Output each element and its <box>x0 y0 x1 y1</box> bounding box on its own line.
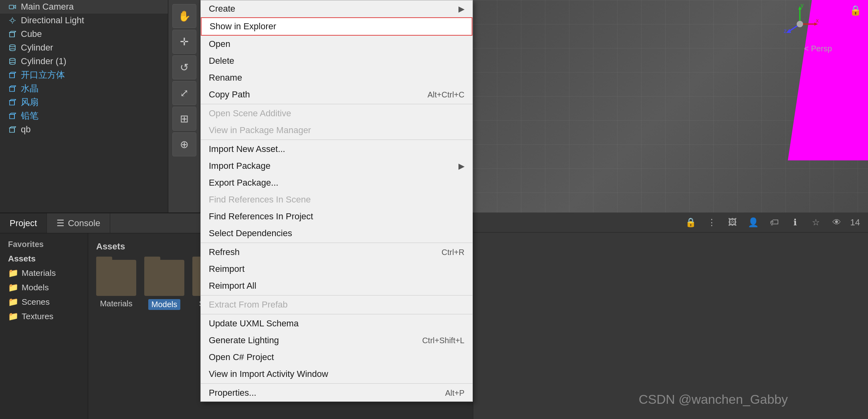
eye-icon[interactable]: 👁 <box>830 215 844 230</box>
svg-point-15 <box>10 59 15 61</box>
svg-point-10 <box>10 45 15 47</box>
folder-materials-icon: 📁 <box>8 268 18 278</box>
menu-item-reimport[interactable]: Reimport <box>201 261 472 277</box>
menu-item-properties-shortcut: Alt+P <box>445 389 464 398</box>
menu-item-create[interactable]: Create ▶ <box>201 0 472 17</box>
menu-item-refresh[interactable]: Refresh Ctrl+R <box>201 244 472 261</box>
hierarchy-item-chinese-2-label: 水晶 <box>21 83 38 95</box>
tab-project[interactable]: Project <box>0 213 47 233</box>
transform-tool-button[interactable]: ⊕ <box>172 132 196 156</box>
hierarchy-item-main-camera[interactable]: Main Camera <box>0 0 168 14</box>
sidebar-item-materials-label: Materials <box>22 268 56 278</box>
menu-item-extract-from-prefab-label: Extract From Prefab <box>209 300 288 310</box>
rect-tool-button[interactable]: ⊞ <box>172 107 196 131</box>
menu-item-update-uxml-schema[interactable]: Update UXML Schema <box>201 315 472 332</box>
sidebar-item-textures[interactable]: 📁 Textures <box>0 309 88 324</box>
hand-tool-button[interactable]: ✋ <box>172 4 196 28</box>
menu-item-rename[interactable]: Rename <box>201 69 472 86</box>
scale-tool-button[interactable]: ⤢ <box>172 81 196 105</box>
menu-item-delete[interactable]: Delete <box>201 53 472 69</box>
menu-item-import-new-asset[interactable]: Import New Asset... <box>201 141 472 158</box>
hierarchy-item-cube-label: Cube <box>21 29 42 39</box>
hierarchy-item-chinese-4-label: 铅笔 <box>21 110 38 122</box>
menu-item-open[interactable]: Open <box>201 36 472 53</box>
light-icon <box>8 16 17 25</box>
svg-marker-26 <box>10 99 16 101</box>
hierarchy-item-cube[interactable]: Cube <box>0 27 168 41</box>
hierarchy-item-cylinder-label: Cylinder <box>21 43 53 53</box>
menu-item-copy-path[interactable]: Copy Path Alt+Ctrl+C <box>201 86 472 103</box>
separator-6 <box>201 383 472 384</box>
menu-item-extract-from-prefab: Extract From Prefab <box>201 296 472 313</box>
chinese-cube-1-icon <box>8 71 17 79</box>
menu-item-export-package[interactable]: Export Package... <box>201 174 472 191</box>
asset-item-models[interactable]: Models <box>144 260 184 310</box>
menu-item-show-in-explorer[interactable]: Show in Explorer <box>201 17 472 36</box>
menu-item-reimport-all[interactable]: Reimport All <box>201 277 472 294</box>
menu-item-find-refs-project[interactable]: Find References In Project <box>201 208 472 225</box>
hierarchy-item-chinese-2[interactable]: 水晶 <box>0 82 168 95</box>
svg-marker-23 <box>10 86 16 87</box>
menu-item-properties-label: Properties... <box>209 388 256 398</box>
chinese-cube-3-icon <box>8 98 17 107</box>
toolbar-panel: ✋ ✛ ↺ ⤢ ⊞ ⊕ <box>168 0 200 213</box>
lock-icon[interactable]: 🔒 <box>850 5 862 16</box>
hierarchy-item-chinese-1[interactable]: 开口立方体 <box>0 68 168 82</box>
sidebar-item-assets[interactable]: Assets <box>0 251 88 266</box>
info-icon[interactable]: ℹ <box>788 215 802 230</box>
menu-item-generate-lighting[interactable]: Generate Lighting Ctrl+Shift+L <box>201 332 472 349</box>
hierarchy-item-chinese-4[interactable]: 铅笔 <box>0 109 168 123</box>
sidebar-item-models[interactable]: 📁 Models <box>0 280 88 295</box>
svg-point-14 <box>10 49 15 51</box>
menu-item-show-in-explorer-label: Show in Explorer <box>210 21 276 32</box>
person-icon[interactable]: 👤 <box>746 215 761 230</box>
hierarchy-item-chinese-3[interactable]: 风扇 <box>0 95 168 109</box>
menu-item-import-package[interactable]: Import Package ▶ <box>201 158 472 174</box>
menu-item-export-package-label: Export Package... <box>209 178 279 188</box>
folder-scenes-icon: 📁 <box>8 297 18 307</box>
hierarchy-item-directional-light[interactable]: Directional Light <box>0 14 168 27</box>
menu-item-select-dependencies[interactable]: Select Dependencies <box>201 225 472 242</box>
menu-item-view-import-activity-label: View in Import Activity Window <box>209 369 328 379</box>
move-tool-button[interactable]: ✛ <box>172 30 196 54</box>
hierarchy-item-qb[interactable]: qb <box>0 123 168 136</box>
hierarchy-item-cylinder-1[interactable]: Cylinder (1) <box>0 55 168 68</box>
cube-icon <box>8 30 17 38</box>
menu-item-create-label: Create <box>209 4 235 14</box>
menu-item-refresh-shortcut: Ctrl+R <box>442 248 464 257</box>
asset-item-materials[interactable]: Materials <box>96 260 136 310</box>
menu-item-view-import-activity[interactable]: View in Import Activity Window <box>201 366 472 383</box>
tab-project-label: Project <box>10 218 37 229</box>
hierarchy-item-directional-light-label: Directional Light <box>21 15 84 26</box>
menu-icon[interactable]: ⋮ <box>704 215 719 230</box>
menu-item-find-refs-scene: Find References In Scene <box>201 191 472 208</box>
hierarchy-panel: Main Camera Directional Light Cube Cylin… <box>0 0 168 213</box>
hierarchy-item-cylinder[interactable]: Cylinder <box>0 41 168 55</box>
tab-console[interactable]: ☰ Console <box>47 213 110 233</box>
image-icon[interactable]: 🖼 <box>725 215 740 230</box>
sidebar-item-materials[interactable]: 📁 Materials <box>0 266 88 280</box>
hierarchy-item-chinese-1-label: 开口立方体 <box>21 69 65 81</box>
menu-item-delete-label: Delete <box>209 56 234 66</box>
menu-item-generate-lighting-label: Generate Lighting <box>209 335 279 346</box>
svg-text:z: z <box>784 28 787 34</box>
menu-item-properties[interactable]: Properties... Alt+P <box>201 385 472 401</box>
menu-item-open-csharp[interactable]: Open C# Project <box>201 349 472 366</box>
menu-item-select-dependencies-label: Select Dependencies <box>209 228 292 239</box>
menu-item-reimport-all-label: Reimport All <box>209 281 256 291</box>
tag-icon[interactable]: 🏷 <box>767 215 781 230</box>
star-icon[interactable]: ☆ <box>809 215 823 230</box>
rotate-tool-button[interactable]: ↺ <box>172 55 196 79</box>
folder-textures-icon: 📁 <box>8 312 18 321</box>
lock-panel-icon[interactable]: 🔒 <box>684 215 698 230</box>
svg-point-18 <box>10 63 15 65</box>
svg-rect-19 <box>10 73 14 78</box>
svg-text:x: x <box>816 17 819 24</box>
sidebar-item-scenes[interactable]: 📁 Scenes <box>0 295 88 309</box>
svg-rect-31 <box>10 128 14 132</box>
menu-item-reimport-label: Reimport <box>209 264 244 274</box>
separator-1 <box>201 104 472 104</box>
svg-rect-25 <box>10 101 14 105</box>
svg-text:y: y <box>801 4 803 8</box>
cylinder-1-icon <box>8 57 17 66</box>
